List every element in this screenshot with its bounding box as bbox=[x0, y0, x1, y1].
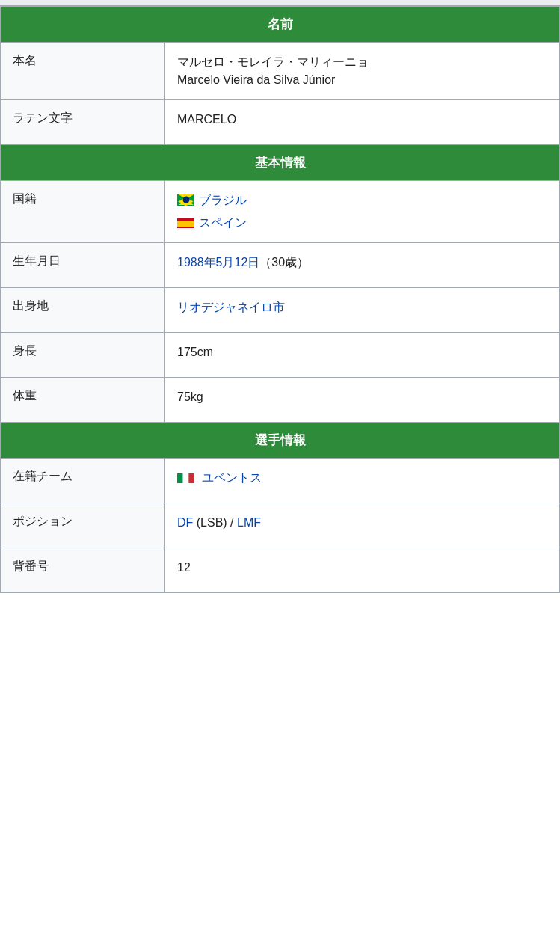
height-label: 身長 bbox=[1, 333, 165, 377]
nationality-label: 国籍 bbox=[1, 181, 165, 242]
italy-flag bbox=[177, 472, 194, 483]
real-name-latin: Marcelo Vieira da Silva Júnior bbox=[177, 71, 547, 89]
birthdate-label: 生年月日 bbox=[1, 243, 165, 287]
latin-name-row: ラテン文字 MARCELO bbox=[1, 99, 559, 144]
spain-link[interactable]: スペイン bbox=[199, 214, 247, 232]
position-separator: (LSB) / bbox=[193, 516, 237, 529]
svg-rect-3 bbox=[177, 218, 194, 221]
spain-flag bbox=[177, 217, 194, 228]
svg-rect-5 bbox=[177, 227, 194, 228]
height-value: 175cm bbox=[165, 333, 559, 377]
position-label: ポジション bbox=[1, 503, 165, 548]
height-row: 身長 175cm bbox=[1, 332, 559, 377]
svg-rect-7 bbox=[183, 473, 189, 483]
svg-point-2 bbox=[183, 199, 188, 204]
team-link[interactable]: ユベントス bbox=[202, 471, 262, 484]
basic-info-section: 基本情報 国籍 ブラジル bbox=[1, 144, 559, 422]
brazil-link[interactable]: ブラジル bbox=[199, 191, 247, 209]
birthdate-value: 1988年5月12日（30歳） bbox=[165, 243, 559, 287]
jersey-number-row: 背番号 12 bbox=[1, 548, 559, 592]
real-name-value: マルセロ・モレイラ・マリィーニョ Marcelo Vieira da Silva… bbox=[165, 43, 559, 99]
svg-marker-1 bbox=[179, 197, 194, 206]
svg-rect-6 bbox=[177, 473, 183, 483]
birthdate-link[interactable]: 1988年5月12日 bbox=[177, 256, 259, 269]
latin-name-value: MARCELO bbox=[165, 100, 559, 144]
weight-row: 体重 75kg bbox=[1, 377, 559, 422]
birthplace-link[interactable]: リオデジャネイロ市 bbox=[177, 301, 285, 313]
position-row: ポジション DF (LSB) / LMF bbox=[1, 503, 559, 548]
position-df-link[interactable]: DF bbox=[177, 516, 193, 529]
real-name-japanese: マルセロ・モレイラ・マリィーニョ bbox=[177, 53, 547, 71]
nationality-spain: スペイン bbox=[177, 214, 547, 232]
position-lmf-link[interactable]: LMF bbox=[237, 516, 261, 529]
basic-info-header: 基本情報 bbox=[1, 144, 559, 180]
real-name-label: 本名 bbox=[1, 43, 165, 99]
infobox: 名前 本名 マルセロ・モレイラ・マリィーニョ Marcelo Vieira da… bbox=[0, 6, 560, 593]
weight-value: 75kg bbox=[165, 378, 559, 422]
birthplace-label: 出身地 bbox=[1, 288, 165, 332]
nationality-value: ブラジル スペイン bbox=[165, 181, 559, 242]
current-team-row: 在籍チーム ユベントス bbox=[1, 458, 559, 503]
latin-name-label: ラテン文字 bbox=[1, 100, 165, 144]
nationality-row: 国籍 ブラジル bbox=[1, 180, 559, 242]
real-name-row: 本名 マルセロ・モレイラ・マリィーニョ Marcelo Vieira da Si… bbox=[1, 42, 559, 99]
birthplace-row: 出身地 リオデジャネイロ市 bbox=[1, 287, 559, 332]
name-section-header: 名前 bbox=[1, 7, 559, 42]
jersey-number-value: 12 bbox=[165, 548, 559, 592]
birthdate-age: （30歳） bbox=[259, 256, 309, 269]
birthdate-row: 生年月日 1988年5月12日（30歳） bbox=[1, 242, 559, 287]
name-section: 名前 本名 マルセロ・モレイラ・マリィーニョ Marcelo Vieira da… bbox=[1, 7, 559, 144]
current-team-label: 在籍チーム bbox=[1, 459, 165, 503]
top-bar bbox=[0, 0, 560, 6]
player-info-header: 選手情報 bbox=[1, 422, 559, 458]
brazil-flag bbox=[177, 194, 194, 206]
svg-rect-8 bbox=[188, 473, 194, 483]
jersey-number-label: 背番号 bbox=[1, 548, 165, 592]
weight-label: 体重 bbox=[1, 378, 165, 422]
player-info-section: 選手情報 在籍チーム ユベントス ポジション bbox=[1, 422, 559, 592]
current-team-value: ユベントス bbox=[165, 459, 559, 503]
page-wrapper: 名前 本名 マルセロ・モレイラ・マリィーニョ Marcelo Vieira da… bbox=[0, 0, 560, 593]
position-value: DF (LSB) / LMF bbox=[165, 503, 559, 548]
nationality-brazil: ブラジル bbox=[177, 191, 547, 209]
birthplace-value: リオデジャネイロ市 bbox=[165, 288, 559, 332]
svg-rect-4 bbox=[177, 221, 194, 227]
svg-rect-0 bbox=[177, 196, 194, 206]
